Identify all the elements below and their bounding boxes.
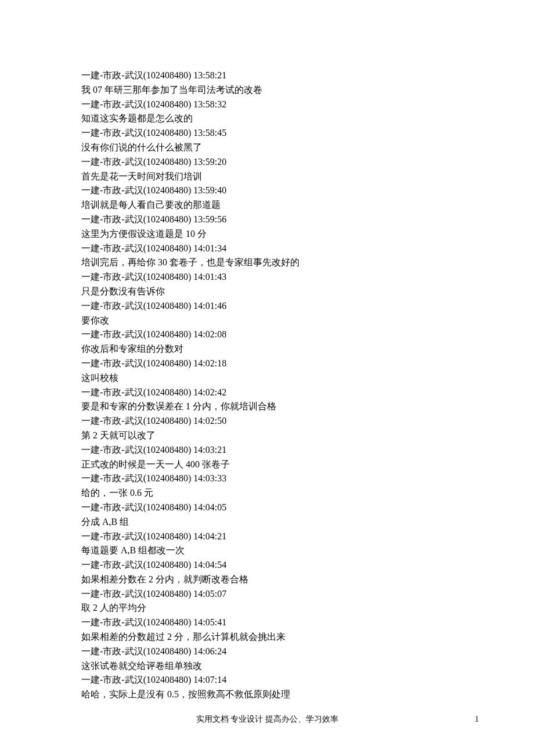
message-header: 一建-市政-武汉(102408480) 14:04:54 (81, 558, 453, 573)
message-header: 一建-市政-武汉(102408480) 14:04:21 (81, 530, 453, 544)
message-body: 哈哈，实际上是没有 0.5，按照救高不救低原则处理 (81, 687, 453, 702)
message-body: 要是和专家的分数误差在 1 分内，你就培训合格 (81, 399, 453, 414)
message-header: 一建-市政-武汉(102408480) 14:02:08 (81, 327, 453, 342)
message-header: 一建-市政-武汉(102408480) 13:59:20 (81, 155, 453, 170)
footer-text: 实用文档 专业设计 提高办公、学习效率 (196, 715, 338, 723)
message-body: 培训就是每人看自己要改的那道题 (81, 198, 453, 213)
page-number: 1 (475, 713, 479, 726)
message-body: 这里为方便假设这道题是 10 分 (81, 227, 453, 242)
message-header: 一建-市政-武汉(102408480) 14:01:43 (81, 270, 453, 285)
document-page: 一建-市政-武汉(102408480) 13:58:21我 07 年研三那年参加… (0, 0, 534, 756)
message-body: 第 2 天就可以改了 (81, 429, 453, 443)
message-header: 一建-市政-武汉(102408480) 13:58:21 (81, 69, 453, 83)
message-header: 一建-市政-武汉(102408480) 14:02:18 (81, 357, 453, 371)
message-header: 一建-市政-武汉(102408480) 14:03:21 (81, 443, 453, 458)
message-header: 一建-市政-武汉(102408480) 14:05:07 (81, 587, 453, 602)
message-body: 要你改 (81, 314, 453, 328)
message-body: 知道这实务题都是怎么改的 (81, 111, 453, 126)
message-header: 一建-市政-武汉(102408480) 14:02:50 (81, 414, 453, 429)
message-body: 这张试卷就交给评卷组单独改 (81, 659, 453, 674)
message-header: 一建-市政-武汉(102408480) 14:07:14 (81, 673, 453, 687)
message-body: 只是分数没有告诉你 (81, 285, 453, 299)
chat-log: 一建-市政-武汉(102408480) 13:58:21我 07 年研三那年参加… (81, 69, 453, 702)
message-body: 首先是花一天时间对我们培训 (81, 170, 453, 184)
message-header: 一建-市政-武汉(102408480) 14:01:34 (81, 242, 453, 256)
message-body: 你改后和专家组的分数对 (81, 342, 453, 357)
message-body: 每道题要 A,B 组都改一次 (81, 543, 453, 558)
message-header: 一建-市政-武汉(102408480) 14:05:41 (81, 615, 453, 630)
page-footer: 实用文档 专业设计 提高办公、学习效率 (0, 713, 534, 726)
message-body: 没有你们说的什么什么被黑了 (81, 141, 453, 155)
message-body: 如果相差分数在 2 分内，就判断改卷合格 (81, 573, 453, 587)
message-body: 给的，一张 0.6 元 (81, 486, 453, 501)
message-body: 正式改的时候是一天一人 400 张卷子 (81, 458, 453, 472)
message-header: 一建-市政-武汉(102408480) 13:59:40 (81, 183, 453, 198)
message-header: 一建-市政-武汉(102408480) 13:58:32 (81, 98, 453, 112)
message-body: 取 2 人的平均分 (81, 601, 453, 615)
message-body: 分成 A,B 组 (81, 515, 453, 530)
message-header: 一建-市政-武汉(102408480) 14:06:24 (81, 645, 453, 659)
message-body: 如果相差的分数超过 2 分，那么计算机就会挑出来 (81, 630, 453, 645)
message-body: 培训完后，再给你 30 套卷子，也是专家组事先改好的 (81, 255, 453, 270)
message-header: 一建-市政-武汉(102408480) 13:58:45 (81, 126, 453, 141)
message-body: 我 07 年研三那年参加了当年司法考试的改卷 (81, 83, 453, 98)
message-body: 这叫校核 (81, 371, 453, 386)
message-header: 一建-市政-武汉(102408480) 14:04:05 (81, 501, 453, 515)
message-header: 一建-市政-武汉(102408480) 13:59:56 (81, 213, 453, 227)
message-header: 一建-市政-武汉(102408480) 14:01:46 (81, 299, 453, 314)
message-header: 一建-市政-武汉(102408480) 14:02:42 (81, 386, 453, 400)
message-header: 一建-市政-武汉(102408480) 14:03:33 (81, 471, 453, 486)
